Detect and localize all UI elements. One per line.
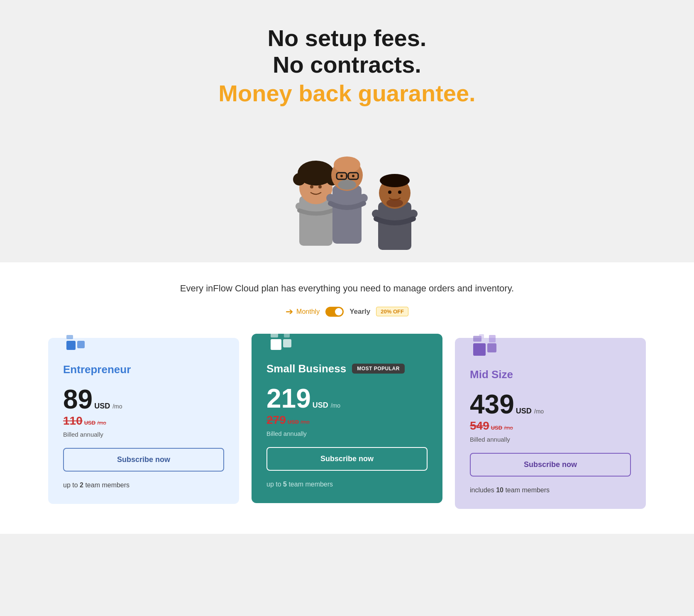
small-business-billed: Billed annually bbox=[266, 430, 428, 437]
svg-rect-33 bbox=[473, 343, 486, 356]
svg-rect-34 bbox=[487, 343, 496, 352]
entrepreneur-icon bbox=[63, 332, 88, 357]
entrepreneur-price-period: /mo bbox=[112, 403, 122, 410]
entrepreneur-team-suffix: team members bbox=[83, 482, 130, 489]
hero-headline: No setup fees. No contracts. Money back … bbox=[8, 25, 686, 109]
billing-toggle-row: ➔ Monthly Yearly 20% OFF bbox=[25, 306, 669, 317]
entrepreneur-original-currency: USD bbox=[84, 420, 95, 426]
midsize-team-members: includes 10 team members bbox=[470, 486, 631, 494]
pricing-section: Every inFlow Cloud plan has everything y… bbox=[0, 262, 694, 534]
plan-midsize: Mid Size 439 USD /mo 549 USD /mo Billed … bbox=[455, 338, 646, 509]
entrepreneur-billed: Billed annually bbox=[63, 431, 224, 438]
entrepreneur-team-number: 2 bbox=[80, 482, 83, 489]
svg-point-18 bbox=[352, 175, 354, 177]
small-business-team-members: up to 5 team members bbox=[266, 481, 428, 488]
entrepreneur-price: 89 bbox=[63, 386, 93, 413]
svg-rect-10 bbox=[332, 186, 362, 244]
billing-toggle[interactable] bbox=[325, 307, 344, 317]
midsize-original-price: 549 bbox=[470, 419, 489, 433]
pricing-tagline: Every inFlow Cloud plan has everything y… bbox=[25, 283, 669, 294]
small-business-price-currency: USD bbox=[313, 401, 328, 410]
svg-rect-32 bbox=[284, 331, 290, 337]
svg-point-25 bbox=[398, 191, 401, 194]
svg-rect-29 bbox=[271, 339, 281, 350]
midsize-original-currency: USD bbox=[491, 425, 502, 431]
svg-point-9 bbox=[318, 185, 322, 188]
svg-point-6 bbox=[298, 168, 308, 178]
midsize-team-prefix: includes bbox=[470, 486, 496, 494]
small-business-price-row: 219 USD /mo bbox=[266, 385, 428, 412]
plan-small-business: Small Business MOST POPULAR 219 USD /mo … bbox=[252, 334, 442, 503]
headline-line1: No setup fees. bbox=[268, 25, 427, 51]
yearly-label: Yearly bbox=[349, 308, 370, 316]
svg-rect-30 bbox=[283, 339, 291, 347]
entrepreneur-plan-name: Entrepreneur bbox=[63, 363, 131, 376]
svg-rect-36 bbox=[489, 335, 496, 342]
svg-rect-28 bbox=[66, 335, 73, 339]
midsize-price-row: 439 USD /mo bbox=[470, 391, 631, 418]
midsize-original-price-row: 549 USD /mo bbox=[470, 419, 631, 433]
small-business-original-price: 279 bbox=[266, 413, 286, 427]
midsize-price-period: /mo bbox=[534, 408, 544, 415]
midsize-subscribe-button[interactable]: Subscribe now bbox=[470, 453, 631, 477]
small-business-icon bbox=[266, 328, 295, 356]
monthly-label: Monthly bbox=[296, 308, 320, 315]
entrepreneur-name-row: Entrepreneur bbox=[63, 363, 224, 376]
entrepreneur-price-row: 89 USD /mo bbox=[63, 386, 224, 413]
midsize-original-period: /mo bbox=[504, 425, 513, 431]
arrow-icon: ➔ bbox=[286, 306, 293, 317]
headline-line2: No contracts. bbox=[273, 51, 421, 78]
svg-point-12 bbox=[334, 156, 360, 173]
svg-rect-31 bbox=[271, 332, 278, 337]
midsize-name-row: Mid Size bbox=[470, 368, 631, 381]
svg-point-8 bbox=[310, 185, 313, 188]
entrepreneur-original-price-row: 110 USD /mo bbox=[63, 414, 224, 428]
svg-rect-19 bbox=[378, 202, 411, 250]
hero-section: No setup fees. No contracts. Money back … bbox=[0, 0, 694, 262]
small-business-plan-name: Small Business bbox=[266, 362, 346, 375]
svg-point-17 bbox=[340, 175, 343, 177]
svg-point-13 bbox=[338, 180, 356, 190]
small-business-original-price-row: 279 USD /mo bbox=[266, 413, 428, 427]
small-business-original-period: /mo bbox=[301, 419, 310, 425]
plan-entrepreneur: Entrepreneur 89 USD /mo 110 USD /mo Bill… bbox=[48, 338, 239, 504]
midsize-icon bbox=[470, 332, 500, 362]
most-popular-badge: MOST POPULAR bbox=[352, 364, 405, 374]
midsize-price-currency: USD bbox=[516, 407, 532, 416]
entrepreneur-original-period: /mo bbox=[97, 420, 106, 426]
svg-rect-26 bbox=[66, 341, 76, 350]
small-business-price-period: /mo bbox=[331, 402, 340, 409]
arrow-monthly: ➔ Monthly bbox=[286, 306, 320, 317]
svg-point-22 bbox=[380, 174, 410, 187]
midsize-billed: Billed annually bbox=[470, 436, 631, 443]
headline-line3: Money back guarantee. bbox=[218, 80, 475, 106]
team-illustration bbox=[254, 125, 440, 262]
midsize-plan-name: Mid Size bbox=[470, 368, 513, 381]
midsize-price: 439 bbox=[470, 391, 514, 418]
midsize-team-number: 10 bbox=[496, 486, 503, 494]
entrepreneur-team-members: up to 2 team members bbox=[63, 482, 224, 489]
small-business-price: 219 bbox=[266, 385, 311, 412]
svg-rect-27 bbox=[77, 341, 85, 348]
small-business-team-suffix: team members bbox=[287, 481, 333, 488]
entrepreneur-price-currency: USD bbox=[94, 402, 110, 411]
svg-rect-37 bbox=[479, 334, 484, 338]
entrepreneur-subscribe-button[interactable]: Subscribe now bbox=[63, 448, 224, 472]
midsize-team-suffix: team members bbox=[503, 486, 550, 494]
small-business-team-prefix: up to bbox=[266, 481, 283, 488]
small-business-subscribe-button[interactable]: Subscribe now bbox=[266, 447, 428, 471]
team-photo bbox=[254, 125, 440, 262]
small-business-name-row: Small Business MOST POPULAR bbox=[266, 362, 428, 375]
off-badge: 20% OFF bbox=[376, 307, 408, 316]
entrepreneur-team-prefix: up to bbox=[63, 482, 80, 489]
svg-point-24 bbox=[388, 191, 391, 194]
plans-grid: Entrepreneur 89 USD /mo 110 USD /mo Bill… bbox=[25, 338, 669, 509]
small-business-original-currency: USD bbox=[288, 419, 299, 425]
small-business-team-number: 5 bbox=[283, 481, 287, 488]
entrepreneur-original-price: 110 bbox=[63, 414, 83, 428]
